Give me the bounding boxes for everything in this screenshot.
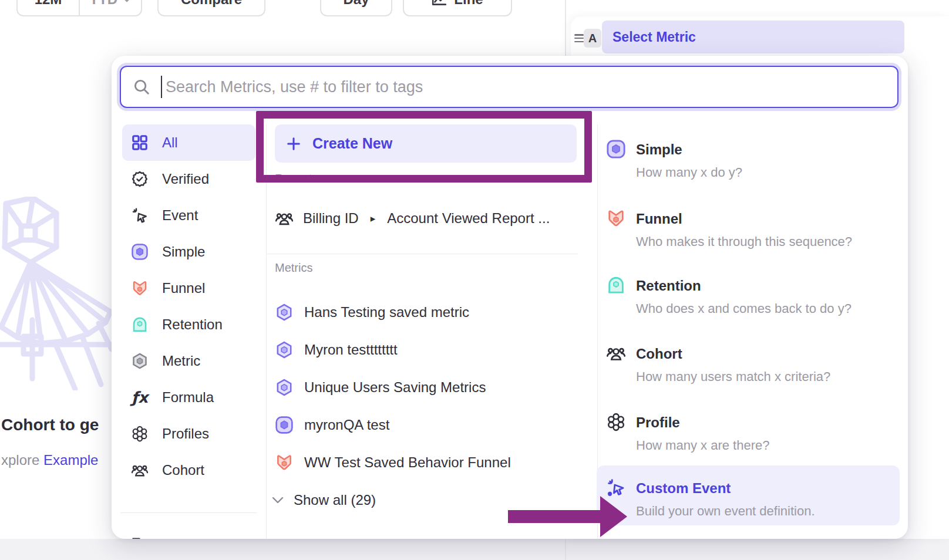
- metric-hexagon-icon: [275, 303, 294, 322]
- search-icon: [133, 78, 150, 96]
- type-custom-event[interactable]: Custom Event: [636, 480, 731, 497]
- range-12m-label: 12M: [35, 0, 62, 8]
- grid-icon: [130, 133, 149, 152]
- sidebar-label: Simple: [162, 244, 205, 260]
- sidebar-label: Verified: [162, 171, 209, 187]
- recent-item-primary: Billing ID: [303, 210, 359, 227]
- metric-list-item[interactable]: myronQA test: [275, 411, 389, 438]
- type-funnel-desc: Who makes it through this sequence?: [636, 234, 852, 249]
- explore-prefix-text: xplore: [1, 452, 39, 468]
- metric-picker-modal: All Verified Event Simple Funnel Retenti…: [112, 56, 908, 539]
- sidebar-label: Funnel: [162, 280, 205, 296]
- example-reports-link[interactable]: Example: [43, 452, 98, 468]
- type-profile[interactable]: Profile: [636, 414, 680, 431]
- profiles-cluster-icon: [130, 424, 149, 443]
- funnel-metric-icon: [275, 453, 294, 472]
- metric-list-item[interactable]: Unique Users Saving Metrics: [275, 374, 486, 401]
- verified-badge-icon: [130, 170, 149, 188]
- sidebar-item-verified[interactable]: Verified: [122, 161, 255, 197]
- simple-metric-icon: [275, 416, 294, 434]
- cohort-people-icon: [275, 209, 294, 228]
- series-a-badge: A: [584, 29, 601, 48]
- recent-item-billing[interactable]: Billing ID ▸ Account Viewed Report ...: [275, 205, 550, 231]
- chevron-down-icon: [122, 0, 132, 2]
- metric-item-label: Unique Users Saving Metrics: [304, 379, 486, 396]
- sidebar-column-divider: [266, 124, 267, 539]
- date-range-segmented-control[interactable]: 12M YTD: [16, 0, 142, 16]
- annotation-arrow-shaft: [508, 510, 601, 523]
- metric-search-box[interactable]: [120, 66, 898, 108]
- funnel-metric-icon: [130, 279, 149, 298]
- simple-metric-icon: [130, 242, 149, 261]
- sidebar-item-retention[interactable]: Retention: [122, 306, 255, 343]
- type-simple[interactable]: Simple: [636, 141, 682, 158]
- event-cursor-icon: [130, 206, 149, 225]
- simple-metric-icon: [606, 139, 626, 159]
- sidebar-label: Metric: [162, 353, 200, 369]
- custom-event-spark-icon: [606, 478, 626, 498]
- type-funnel[interactable]: Funnel: [636, 211, 682, 227]
- sidebar-label: Retention: [162, 316, 223, 333]
- cohort-people-icon: [606, 343, 626, 363]
- sidebar-item-cohort[interactable]: Cohort: [122, 452, 255, 488]
- chevron-down-icon: [271, 496, 284, 504]
- background-headline-fragment: Cohort to ge: [1, 416, 99, 434]
- metric-item-label: Hans Testing saved metric: [304, 304, 469, 321]
- sidebar-item-metric[interactable]: Metric: [122, 343, 255, 379]
- type-simple-desc: How many x do y?: [636, 165, 742, 180]
- metric-item-label: WW Test Saved Behavior Funnel: [304, 454, 511, 471]
- drag-handle-icon[interactable]: [574, 34, 584, 42]
- metric-list-item[interactable]: WW Test Saved Behavior Funnel: [275, 449, 511, 476]
- cohort-people-icon: [130, 461, 149, 480]
- range-12m-button[interactable]: 12M: [18, 0, 79, 15]
- line-label: Line: [454, 0, 483, 8]
- type-custom-event-desc: Build your own event definition.: [636, 504, 815, 519]
- sidebar-label: All: [162, 134, 178, 151]
- metric-hexagon-icon: [275, 340, 294, 359]
- metric-list-item[interactable]: Myron testttttttt: [275, 336, 398, 363]
- background-explore-fragment: xplore Example: [1, 452, 98, 468]
- funnel-metric-icon: [606, 208, 626, 228]
- sidebar-item-all[interactable]: All: [122, 124, 255, 161]
- retention-metric-icon: [606, 275, 626, 295]
- annotation-arrow-head: [600, 496, 627, 537]
- sidebar-item-profiles[interactable]: Profiles: [122, 416, 255, 452]
- range-ytd-label: YTD: [89, 0, 117, 8]
- type-cohort[interactable]: Cohort: [636, 346, 682, 362]
- compare-label: Compare: [181, 0, 242, 8]
- metric-hexagon-icon: [275, 378, 294, 397]
- sidebar-item-event[interactable]: Event: [122, 197, 255, 234]
- profiles-cluster-icon: [606, 412, 626, 432]
- breadcrumb-arrow-icon: ▸: [371, 212, 376, 225]
- compare-button[interactable]: Compare: [157, 0, 265, 16]
- recents-metrics-divider: [267, 254, 578, 254]
- wireframe-illustration: [0, 197, 113, 390]
- show-all-toggle[interactable]: Show all (29): [271, 490, 376, 510]
- formula-icon: ƒx: [130, 388, 149, 407]
- bottom-background-strip: [0, 539, 949, 560]
- chart-type-line-button[interactable]: Line: [403, 0, 512, 16]
- sidebar-item-formula[interactable]: ƒx Formula: [122, 379, 255, 416]
- sidebar-label: Formula: [162, 389, 214, 406]
- day-label: Day: [343, 0, 369, 8]
- metric-item-label: Myron testttttttt: [304, 342, 398, 358]
- range-ytd-button[interactable]: YTD: [79, 0, 141, 15]
- saved-metric-icon: [130, 352, 149, 370]
- type-retention[interactable]: Retention: [636, 278, 701, 294]
- sidebar-label: Tags: [162, 537, 192, 539]
- metrics-heading: Metrics: [275, 261, 312, 275]
- type-retention-desc: Who does x and comes back to do y?: [636, 301, 852, 316]
- sidebar-item-funnel[interactable]: Funnel: [122, 270, 255, 306]
- search-input[interactable]: [164, 77, 886, 97]
- sidebar-item-simple[interactable]: Simple: [122, 234, 255, 270]
- interval-day-button[interactable]: Day: [320, 0, 392, 16]
- show-all-label: Show all (29): [294, 492, 376, 508]
- metric-item-label: myronQA test: [304, 417, 389, 433]
- metric-list-item[interactable]: Hans Testing saved metric: [275, 299, 469, 326]
- retention-metric-icon: [130, 315, 149, 334]
- recent-item-secondary: Account Viewed Report ...: [387, 210, 550, 227]
- sidebar-item-tags[interactable]: Tags: [122, 527, 255, 539]
- select-metric-field[interactable]: Select Metric: [602, 21, 904, 53]
- tag-icon: [130, 536, 149, 539]
- annotation-rectangle: [256, 111, 592, 183]
